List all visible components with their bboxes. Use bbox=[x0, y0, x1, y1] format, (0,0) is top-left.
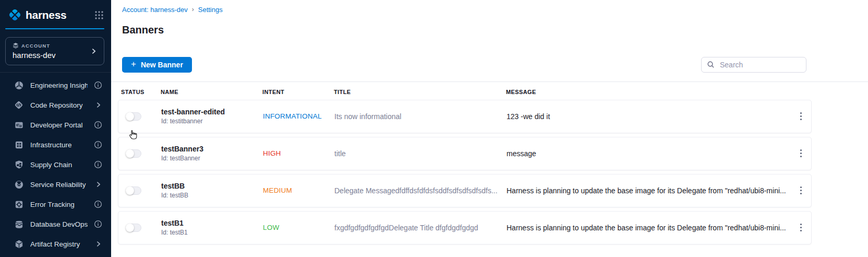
sidebar-item-infrastructure[interactable]: Infrastructure bbox=[0, 135, 111, 155]
sidebar-item-database-devops[interactable]: Database DevOps bbox=[0, 214, 111, 234]
info-icon[interactable] bbox=[94, 141, 102, 149]
search-icon bbox=[707, 61, 715, 68]
sidebar-item-error-tracking[interactable]: Error Tracking bbox=[0, 194, 111, 214]
account-label: ACCOUNT bbox=[21, 43, 50, 49]
sidebar-item-supply-chain[interactable]: Supply Chain bbox=[0, 155, 111, 174]
column-header-name: NAME bbox=[159, 89, 260, 95]
toolbar: + New Banner bbox=[111, 43, 868, 82]
banner-name: testBB bbox=[161, 182, 261, 190]
account-selector[interactable]: ACCOUNT harness-dev bbox=[5, 37, 104, 65]
row-menu-button[interactable] bbox=[794, 221, 807, 235]
table-header-row: STATUSNAMEINTENTTITLEMESSAGE bbox=[118, 82, 812, 100]
database-devops-icon bbox=[14, 219, 24, 229]
banner-intent: MEDIUM bbox=[261, 186, 332, 194]
status-toggle[interactable] bbox=[126, 186, 141, 195]
banner-message: Harness is planning to update the base i… bbox=[504, 224, 790, 232]
artifact-registry-icon bbox=[14, 239, 24, 249]
column-header-message: MESSAGE bbox=[504, 89, 791, 95]
code-repository-icon bbox=[14, 100, 24, 110]
search-input[interactable] bbox=[719, 60, 801, 69]
banner-id: Id: testitbanner bbox=[161, 118, 261, 125]
banners-table: STATUSNAMEINTENTTITLEMESSAGE test-banner… bbox=[118, 82, 812, 244]
banner-name: testBanner3 bbox=[161, 145, 261, 153]
chevron-right-icon[interactable] bbox=[95, 101, 102, 109]
row-menu-button[interactable] bbox=[794, 110, 807, 123]
breadcrumb-account-link[interactable]: Account: harness-dev bbox=[122, 6, 188, 14]
new-banner-label: New Banner bbox=[141, 61, 183, 69]
info-icon[interactable] bbox=[94, 81, 102, 89]
banner-message: 123 -we did it bbox=[504, 112, 790, 121]
info-icon[interactable] bbox=[94, 200, 102, 208]
logo-underline bbox=[5, 28, 104, 29]
developer-portal-icon bbox=[14, 120, 24, 130]
sidebar-header: harness bbox=[0, 0, 111, 28]
main-content: Account: harness-dev › Settings Banners … bbox=[111, 0, 868, 257]
account-name: harness-dev bbox=[13, 51, 90, 60]
breadcrumb: Account: harness-dev › Settings bbox=[111, 0, 868, 14]
sidebar-item-code-repository[interactable]: Code Repository bbox=[0, 95, 111, 115]
plus-icon: + bbox=[131, 60, 136, 68]
brand-name: harness bbox=[26, 9, 66, 21]
row-menu-button[interactable] bbox=[794, 184, 807, 197]
chevron-right-icon bbox=[90, 48, 98, 55]
sidebar-nav: Engineering InsightsCode RepositoryDevel… bbox=[0, 72, 111, 254]
app-grid-icon[interactable] bbox=[94, 10, 104, 20]
status-toggle[interactable] bbox=[126, 224, 141, 232]
banner-title: fxgdfgdfgdfgdfgdDelegate Title dfgfdgdfg… bbox=[332, 224, 504, 232]
sidebar-item-label: Supply Chain bbox=[30, 161, 88, 169]
account-icon bbox=[13, 42, 19, 49]
supply-chain-icon bbox=[14, 159, 24, 170]
new-banner-button[interactable]: + New Banner bbox=[122, 57, 192, 73]
harness-logo-icon bbox=[8, 8, 22, 22]
sidebar-item-artifact-registry[interactable]: Artifact Registry bbox=[0, 234, 111, 254]
banner-intent: LOW bbox=[261, 224, 332, 231]
chevron-right-icon[interactable] bbox=[95, 181, 102, 188]
row-menu-button[interactable] bbox=[794, 147, 807, 160]
infrastructure-icon bbox=[14, 139, 24, 150]
banner-intent: INFORMATIONAL bbox=[261, 112, 332, 120]
sidebar-item-label: Developer Portal bbox=[30, 121, 88, 129]
info-icon[interactable] bbox=[94, 121, 102, 129]
status-toggle[interactable] bbox=[126, 112, 141, 121]
column-header-title: TITLE bbox=[332, 89, 504, 95]
banner-name: testB1 bbox=[161, 219, 261, 227]
chevron-right-icon[interactable] bbox=[95, 240, 102, 248]
status-toggle[interactable] bbox=[126, 149, 141, 158]
column-header-status: STATUS bbox=[118, 89, 159, 95]
breadcrumb-settings-link[interactable]: Settings bbox=[198, 6, 223, 14]
banner-message: Harness is planning to update the base i… bbox=[504, 186, 790, 195]
page-title: Banners bbox=[111, 20, 868, 36]
engineering-insights-icon bbox=[14, 80, 24, 90]
banner-title: Its now informational bbox=[332, 112, 504, 121]
table-row: testB1 Id: testB1 LOW fxgdfgdfgdfgdfgdDe… bbox=[118, 211, 812, 244]
sidebar-item-label: Error Tracking bbox=[30, 201, 88, 208]
service-reliability-icon bbox=[14, 179, 24, 190]
sidebar-item-developer-portal[interactable]: Developer Portal bbox=[0, 115, 111, 135]
sidebar-item-service-reliability[interactable]: Service Reliability bbox=[0, 174, 111, 194]
sidebar-item-label: Service Reliability bbox=[30, 181, 89, 189]
table-row: testBanner3 Id: testBanner HIGH title me… bbox=[118, 137, 812, 170]
sidebar-item-engineering-insights[interactable]: Engineering Insights bbox=[0, 75, 111, 95]
info-icon[interactable] bbox=[94, 160, 102, 169]
table-row: testBB Id: testBB MEDIUM Delegate Messag… bbox=[118, 174, 812, 207]
harness-logo[interactable]: harness bbox=[8, 8, 94, 22]
error-tracking-icon bbox=[14, 199, 24, 209]
search-box[interactable] bbox=[701, 57, 806, 73]
breadcrumb-separator-icon: › bbox=[192, 6, 194, 13]
info-icon[interactable] bbox=[94, 220, 102, 228]
sidebar-item-label: Infrastructure bbox=[30, 141, 88, 149]
sidebar-item-label: Engineering Insights bbox=[30, 81, 88, 89]
banner-title: title bbox=[332, 149, 504, 158]
banner-name: test-banner-edited bbox=[161, 108, 261, 116]
table-row: test-banner-edited Id: testitbanner INFO… bbox=[118, 100, 812, 133]
sidebar-item-label: Code Repository bbox=[30, 101, 89, 109]
banner-id: Id: testBB bbox=[161, 192, 261, 199]
banner-id: Id: testBanner bbox=[161, 155, 261, 162]
banner-title: Delegate Messagedfdffdsfdfdsfsddfsdfsdfs… bbox=[332, 186, 504, 195]
column-header-intent: INTENT bbox=[260, 89, 332, 95]
banner-intent: HIGH bbox=[261, 149, 332, 157]
sidebar-item-label: Artifact Registry bbox=[30, 240, 89, 248]
banner-id: Id: testB1 bbox=[161, 229, 261, 236]
sidebar: harness ACCOUNT harness-dev bbox=[0, 0, 111, 257]
sidebar-item-label: Database DevOps bbox=[30, 220, 88, 228]
